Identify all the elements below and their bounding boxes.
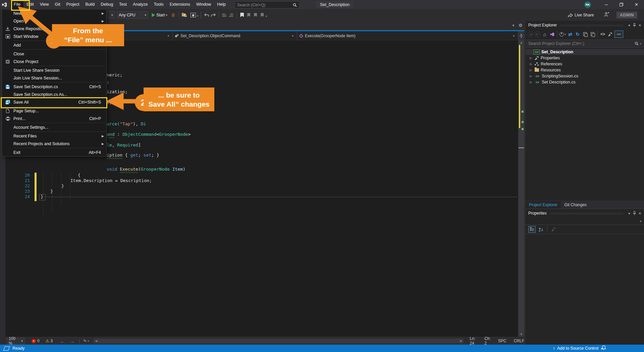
- menu-item-account-settings[interactable]: Account Settings...: [2, 123, 106, 131]
- tree-node-scriptingsession[interactable]: ▷ C# ScriptingSession.cs: [526, 73, 644, 79]
- scroll-down-arrow-icon[interactable]: ▼: [518, 332, 524, 337]
- history-clock-icon[interactable]: ▾: [559, 31, 566, 38]
- breadcrumb-type-dropdown[interactable]: Set_Description.ObjectCommand ▾: [173, 31, 297, 40]
- menu-item-save-all[interactable]: Save AllCtrl+Shift+S: [2, 98, 106, 106]
- clear-bookmarks-icon[interactable]: [259, 11, 266, 19]
- split-editor-handle[interactable]: ▲▼: [518, 31, 524, 40]
- sync-icon[interactable]: ⇄: [567, 31, 573, 38]
- menu-item-exit[interactable]: ExitAlt+F4: [2, 149, 106, 156]
- tree-node-set-description-cs[interactable]: ▷ C# Set Description.cs: [526, 79, 644, 85]
- tree-node-resources[interactable]: ▷ Resources: [526, 67, 644, 73]
- warning-count-badge[interactable]: ⚠ 3: [46, 339, 53, 343]
- vertical-scrollbar[interactable]: ▲ ▼: [518, 40, 524, 337]
- menu-item-start-live-share[interactable]: Start Live Share Session: [2, 66, 106, 74]
- menu-file[interactable]: File: [11, 0, 23, 9]
- menu-debug[interactable]: Debug: [98, 0, 116, 9]
- refresh-icon[interactable]: ↻: [575, 31, 581, 38]
- copy-all-icon[interactable]: [589, 31, 595, 38]
- alphabetical-sort-icon[interactable]: AZ: [538, 226, 544, 232]
- expander-icon[interactable]: ▷: [529, 74, 533, 78]
- menu-item-close[interactable]: Close: [2, 50, 106, 58]
- pin-icon[interactable]: [633, 23, 636, 27]
- project-explorer-search-input[interactable]: Search Project Explorer (Ctrl+;) ▾: [526, 40, 644, 48]
- expander-icon[interactable]: ▷: [529, 80, 533, 84]
- menu-help[interactable]: Help: [214, 0, 229, 9]
- menu-item-recent-files[interactable]: Recent Files▶: [2, 132, 106, 140]
- menu-item-recent-projects[interactable]: Recent Projects and Solutions▶: [2, 140, 106, 148]
- menu-analyze[interactable]: Analyze: [130, 0, 151, 9]
- error-count-badge[interactable]: ✕ 0: [32, 339, 40, 343]
- line-unindent-icon[interactable]: [228, 11, 234, 19]
- project-explorer-header[interactable]: Project Explorer ▾ ✕: [526, 21, 644, 30]
- menu-window[interactable]: Window: [193, 0, 214, 9]
- menu-edit[interactable]: Edit: [23, 0, 37, 9]
- categorized-view-icon[interactable]: [528, 226, 536, 233]
- menu-item-join-live-share[interactable]: Join Live Share Session...: [2, 74, 106, 82]
- edit-pencil-icon[interactable]: ✎: [83, 339, 87, 343]
- solution-config-dropdown[interactable]: ▾: [107, 11, 115, 19]
- scroll-up-arrow-icon[interactable]: ▲: [518, 40, 524, 45]
- previous-bookmark-icon[interactable]: [246, 11, 252, 19]
- copy-icon[interactable]: [582, 31, 588, 38]
- home-icon[interactable]: ⌂: [542, 31, 548, 38]
- tree-node-properties[interactable]: ▷ Properties: [526, 55, 644, 61]
- window-list-caret-icon[interactable]: ▾: [513, 23, 514, 27]
- property-pages-wrench-icon[interactable]: [550, 226, 557, 232]
- forward-icon[interactable]: ▶: [535, 32, 540, 37]
- menu-item-print[interactable]: Print...Ctrl+P: [2, 115, 106, 122]
- next-bookmark-icon[interactable]: [252, 11, 259, 19]
- menu-extensions[interactable]: Extensions: [167, 0, 193, 9]
- notifications-bell-icon[interactable]: [601, 345, 606, 351]
- menu-item-open[interactable]: Open▶: [2, 17, 106, 25]
- open-in-vs-icon[interactable]: [549, 31, 555, 38]
- navigate-forward-arrow-icon[interactable]: →: [70, 338, 75, 344]
- home-window-icon[interactable]: [190, 11, 197, 19]
- quick-search-input[interactable]: Search (Ctrl+Q): [235, 1, 299, 8]
- menu-view[interactable]: View: [37, 0, 52, 9]
- live-share-button[interactable]: Live Share: [568, 13, 594, 17]
- expander-icon[interactable]: ▷: [529, 62, 533, 66]
- restore-button[interactable]: [614, 0, 629, 9]
- share-person-icon[interactable]: [604, 12, 609, 18]
- navigate-back-arrow-icon[interactable]: ←: [60, 338, 65, 344]
- minimize-button[interactable]: ─: [599, 0, 614, 9]
- panel-menu-caret-icon[interactable]: ▾: [629, 212, 630, 215]
- navigate-backward-icon[interactable]: [203, 11, 210, 19]
- properties-header[interactable]: Properties ▾ ✕: [526, 209, 644, 218]
- menu-project[interactable]: Project: [63, 0, 83, 9]
- editor-settings-gear-icon[interactable]: ⚙: [519, 23, 523, 28]
- breadcrumb-member-dropdown[interactable]: * Execute(GrooperNode Item) ▾: [297, 31, 518, 40]
- expander-icon[interactable]: ▷: [529, 68, 533, 72]
- menu-git[interactable]: Git: [52, 0, 63, 9]
- zoom-dropdown[interactable]: 100 %▾: [7, 338, 25, 344]
- menu-test[interactable]: Test: [116, 0, 130, 9]
- menu-item-page-setup[interactable]: Page Setup...: [2, 107, 106, 115]
- bookmark-icon[interactable]: [239, 11, 246, 19]
- find-in-files-icon[interactable]: [181, 11, 188, 19]
- admin-button[interactable]: ADMIN: [616, 12, 637, 18]
- back-icon[interactable]: ◀: [528, 32, 533, 37]
- horizontal-scrollbar[interactable]: ◀▶: [94, 339, 464, 343]
- tree-node-set-description-project[interactable]: C# Set_Description: [526, 49, 644, 55]
- bookmark-overflow-caret[interactable]: ▾: [266, 15, 267, 18]
- expander-icon[interactable]: ▷: [529, 56, 533, 60]
- close-panel-icon[interactable]: ✕: [639, 212, 641, 215]
- menu-item-save-file[interactable]: Save Set Description.csCtrl+S: [2, 83, 106, 91]
- hot-reload-icon[interactable]: [170, 11, 177, 19]
- add-to-source-control-button[interactable]: ↑ Add to Source Control ▲: [553, 346, 603, 351]
- view-code-icon[interactable]: <>: [600, 31, 606, 38]
- start-debug-button[interactable]: Start ▾: [152, 13, 167, 17]
- tree-node-references[interactable]: ▷ References: [526, 61, 644, 67]
- menu-item-save-file-as[interactable]: Save Set Description.cs As...: [2, 91, 106, 98]
- menu-item-close-project[interactable]: Close Project: [2, 58, 106, 65]
- navigate-forward-icon[interactable]: [210, 11, 217, 19]
- tab-git-changes[interactable]: Git Changes: [561, 201, 590, 209]
- preview-toggle-icon[interactable]: [614, 31, 623, 38]
- user-avatar[interactable]: RK: [584, 1, 591, 8]
- menu-tools[interactable]: Tools: [151, 0, 167, 9]
- panel-menu-caret-icon[interactable]: ▾: [629, 23, 630, 27]
- pin-icon[interactable]: [633, 211, 636, 215]
- menu-build[interactable]: Build: [82, 0, 98, 9]
- properties-wrench-icon[interactable]: [607, 31, 613, 38]
- platform-dropdown[interactable]: Any CPU▾: [117, 11, 148, 19]
